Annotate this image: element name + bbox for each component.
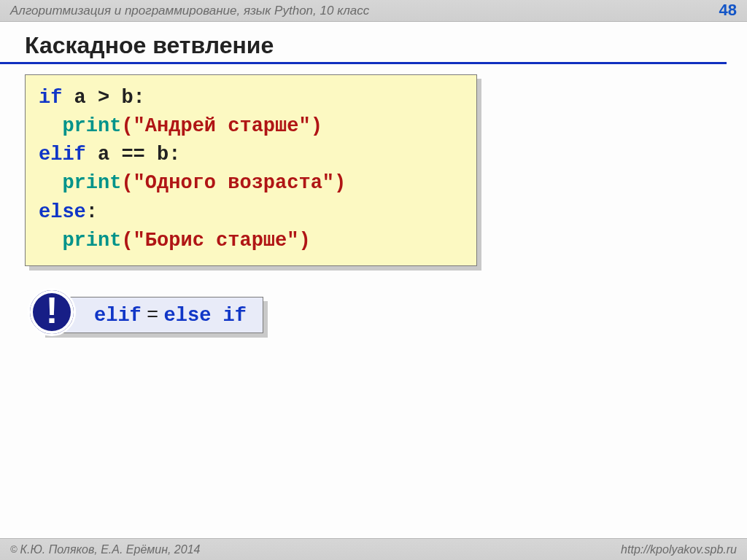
slide-footer: ©К.Ю. Поляков, Е.А. Ерёмин, 2014 http://… <box>0 538 747 560</box>
copyright-icon: © <box>10 544 18 555</box>
note-equals: = <box>142 303 164 325</box>
string-literal: ("Андрей старше") <box>121 115 322 137</box>
string-literal: ("Борис старше") <box>121 230 310 252</box>
slide-header: Алгоритмизация и программирование, язык … <box>0 0 747 22</box>
keyword-elif: elif <box>39 144 86 166</box>
note-elseif: else if <box>164 305 247 327</box>
code-text: a > b: <box>62 87 144 109</box>
code-text: : <box>86 201 98 223</box>
authors-label: ©К.Ю. Поляков, Е.А. Ерёмин, 2014 <box>10 543 200 556</box>
note-elif: elif <box>94 305 142 327</box>
code-text: a == b: <box>86 144 181 166</box>
footer-url: http://kpolyakov.spb.ru <box>621 543 737 556</box>
func-print: print <box>62 115 121 137</box>
code-line: print("Одного возраста") <box>39 169 463 198</box>
keyword-else: else <box>39 201 86 223</box>
code-block: if a > b: print("Андрей старше") elif a … <box>25 74 477 266</box>
code-line: print("Борис старше") <box>39 227 463 255</box>
code-line: else: <box>39 198 463 227</box>
slide-title: Каскадное ветвление <box>0 22 727 64</box>
func-print: print <box>62 230 121 252</box>
code-line: elif a == b: <box>39 141 463 169</box>
keyword-if: if <box>39 87 62 109</box>
string-literal: ("Одного возраста") <box>121 172 346 194</box>
func-print: print <box>62 172 121 194</box>
page-number: 48 <box>719 1 737 20</box>
note-callout: elif = else if ! <box>41 297 747 333</box>
code-line: if a > b: <box>39 84 463 112</box>
code-line: print("Андрей старше") <box>39 112 463 141</box>
course-label: Алгоритмизация и программирование, язык … <box>10 4 369 18</box>
exclamation-icon: ! <box>28 288 76 336</box>
